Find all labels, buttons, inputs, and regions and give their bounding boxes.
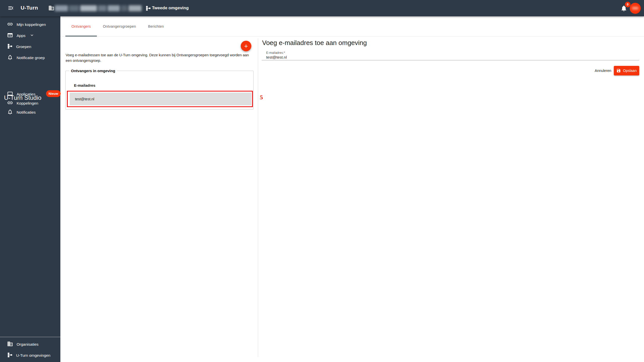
sidebar-item-label: Mijn koppelingen [17,22,46,27]
hierarchy-icon [145,6,151,12]
u-turn-app: U-Turn Tweede omgeving 0 Mijn koppelinge… [0,0,644,362]
main-content: Ontvangers Ontvangersgroepen Berichten +… [60,16,644,362]
tab-ontvangers[interactable]: Ontvangers [65,16,97,36]
sidebar-item-notificaties[interactable]: Notificaties [0,107,60,117]
building-icon [48,5,54,12]
organization-name-redacted [55,5,142,11]
topbar: U-Turn Tweede omgeving 0 [0,0,644,16]
sidebar-item-groepen[interactable]: Groepen [0,42,60,52]
sidebar-item-applicaties[interactable]: Applicaties [0,89,60,99]
sidebar-item-koppelingen[interactable]: Koppelingen [0,98,60,108]
recipient-row[interactable]: test@test.nl [70,93,251,105]
hierarchy-icon [7,352,13,359]
annotation-marker: 5 [260,94,263,101]
cancel-button[interactable]: Annuleren [591,66,615,75]
sidebar: Mijn koppelingen Apps Groepen Notificati… [0,16,60,362]
hierarchy-icon [7,43,13,50]
recipient-email: test@test.nl [75,97,94,101]
fieldset-legend: Ontvangers in omgeving [69,69,117,73]
building-icon [7,341,13,348]
sidebar-item-label: Koppelingen [17,101,38,106]
email-input[interactable] [266,55,638,60]
save-button-label: Opslaan [623,69,636,73]
email-input-underline [262,60,639,60]
email-field-label: E-mailadres:* [266,51,285,55]
add-recipient-fab[interactable]: + [241,41,251,51]
panel-divider [258,38,258,357]
laptop-icon [7,91,13,98]
apps-window-icon [7,32,13,39]
link-icon [7,100,13,107]
sidebar-item-label: Applicaties [17,92,35,97]
tab-berichten[interactable]: Berichten [142,16,170,36]
sidebar-item-label: Apps [17,33,25,38]
sidebar-item-label: Organisaties [17,342,38,347]
sidebar-item-organisaties[interactable]: Organisaties [0,339,60,349]
app-title: U-Turn [21,5,38,11]
bell-icon [7,54,13,61]
save-button[interactable]: Opslaan [614,66,639,75]
bell-icon [7,109,13,116]
sidebar-item-label: Groepen [16,44,31,49]
link-icon [7,21,13,28]
sidebar-footer-divider [0,337,60,337]
sidebar-item-label: U-Turn omgevingen [16,353,50,358]
sidebar-item-apps[interactable]: Apps [0,31,60,41]
user-avatar[interactable] [630,3,641,14]
recipients-description: Voeg e-mailadressen toe aan de U-Turn om… [66,52,256,63]
sidebar-item-mijn-koppelingen[interactable]: Mijn koppelingen [0,20,60,30]
chevron-down-icon [29,33,34,39]
save-floppy-icon [616,68,621,73]
menu-open-icon[interactable] [8,5,15,12]
notification-count-badge: 0 [625,2,630,7]
tab-ontvangersgroepen[interactable]: Ontvangersgroepen [97,16,142,36]
sidebar-item-label: Notificaties [17,110,36,115]
sidebar-item-label: Notificatie groep [17,56,45,60]
environment-name[interactable]: Tweede omgeving [152,6,189,11]
sidebar-item-notificatie-groep[interactable]: Notificatie groep [0,53,60,63]
form-title: Voeg e-mailadres toe aan omgeving [262,39,367,47]
email-column-header: E-mailadres [74,83,95,87]
tab-bar: Ontvangers Ontvangersgroepen Berichten [60,16,644,36]
sidebar-item-u-turn-omgevingen[interactable]: U-Turn omgevingen [0,350,60,360]
